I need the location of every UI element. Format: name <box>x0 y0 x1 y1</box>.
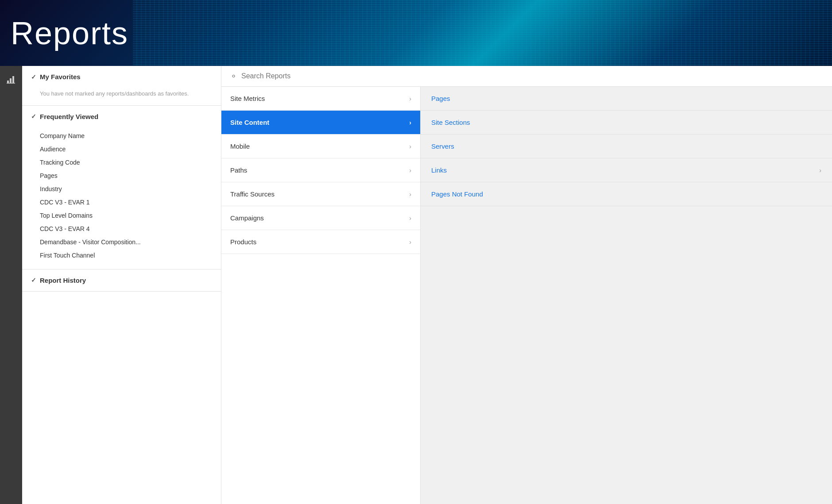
svg-rect-1 <box>10 78 12 83</box>
reports-nav-icon <box>7 75 15 84</box>
nav-item[interactable]: Demandbase - Visitor Composition... <box>40 235 221 249</box>
report-history-label: Report History <box>40 277 86 284</box>
report-item-paths[interactable]: Paths› <box>221 158 420 182</box>
sub-item-links[interactable]: Links› <box>421 158 832 182</box>
icon-bar <box>0 66 22 504</box>
sub-item-link-pages-not-found[interactable]: Pages Not Found <box>431 190 483 198</box>
report-item-traffic-sources[interactable]: Traffic Sources› <box>221 182 420 206</box>
frequently-viewed-header[interactable]: ✓ Frequently Viewed <box>22 106 221 127</box>
nav-item[interactable]: Top Level Domains <box>40 209 221 222</box>
sub-item-servers[interactable]: Servers <box>421 135 832 158</box>
sub-item-arrow-icon: › <box>819 167 821 174</box>
sub-item-pages[interactable]: Pages <box>421 87 832 111</box>
my-favorites-header[interactable]: ✓ My Favorites <box>22 66 221 88</box>
nav-item[interactable]: Tracking Code <box>40 156 221 169</box>
nav-item[interactable]: Company Name <box>40 129 221 142</box>
report-item-campaigns[interactable]: Campaigns› <box>221 206 420 230</box>
nav-item[interactable]: First Touch Channel <box>40 249 221 262</box>
report-arrow-icon: › <box>409 167 411 174</box>
search-input[interactable] <box>241 72 823 80</box>
report-arrow-icon: › <box>409 239 411 246</box>
main-container: ✓ My Favorites You have not marked any r… <box>0 66 832 504</box>
sub-item-pages-not-found[interactable]: Pages Not Found <box>421 182 832 206</box>
sub-item-site-sections[interactable]: Site Sections <box>421 111 832 135</box>
report-label: Site Content <box>230 119 269 126</box>
page-header: Reports <box>0 0 832 66</box>
report-arrow-icon: › <box>409 119 411 126</box>
nav-item[interactable]: Industry <box>40 182 221 196</box>
report-item-site-metrics[interactable]: Site Metrics› <box>221 87 420 111</box>
my-favorites-empty: You have not marked any reports/dashboar… <box>40 89 221 98</box>
report-label: Products <box>230 238 256 246</box>
my-favorites-body: You have not marked any reports/dashboar… <box>22 88 221 105</box>
reports-icon-button[interactable] <box>3 71 19 87</box>
report-label: Site Metrics <box>230 95 265 102</box>
report-arrow-icon: › <box>409 143 411 150</box>
nav-item[interactable]: Audience <box>40 142 221 156</box>
search-icon: ⚬ <box>230 71 237 81</box>
reports-right-col: PagesSite SectionsServersLinks›Pages Not… <box>421 87 832 504</box>
my-favorites-section: ✓ My Favorites You have not marked any r… <box>22 66 221 106</box>
sub-item-link-site-sections[interactable]: Site Sections <box>431 119 470 126</box>
frequently-viewed-section: ✓ Frequently Viewed Company NameAudience… <box>22 106 221 269</box>
frequently-viewed-chevron: ✓ <box>31 113 36 120</box>
reports-list: Site Metrics›Site Content›Mobile›Paths›T… <box>221 87 832 504</box>
sub-item-link-links[interactable]: Links <box>431 166 447 174</box>
my-favorites-chevron: ✓ <box>31 73 36 81</box>
reports-middle-col: Site Metrics›Site Content›Mobile›Paths›T… <box>221 87 421 504</box>
report-item-mobile[interactable]: Mobile› <box>221 135 420 158</box>
report-label: Paths <box>230 166 247 174</box>
nav-item[interactable]: Pages <box>40 169 221 182</box>
frequently-viewed-body: Company NameAudienceTracking CodePagesIn… <box>22 127 221 269</box>
center-panel: ⚬ Site Metrics›Site Content›Mobile›Paths… <box>221 66 832 504</box>
report-history-chevron: ✓ <box>31 277 36 284</box>
left-nav-panel: ✓ My Favorites You have not marked any r… <box>22 66 221 504</box>
report-label: Mobile <box>230 142 250 150</box>
svg-rect-0 <box>7 81 9 83</box>
search-bar: ⚬ <box>221 66 832 87</box>
report-label: Traffic Sources <box>230 190 275 198</box>
report-item-products[interactable]: Products› <box>221 230 420 254</box>
page-title: Reports <box>11 15 128 51</box>
sub-item-link-pages[interactable]: Pages <box>431 95 450 102</box>
report-history-header[interactable]: ✓ Report History <box>22 269 221 291</box>
my-favorites-label: My Favorites <box>40 73 81 81</box>
report-item-site-content[interactable]: Site Content› <box>221 111 420 135</box>
frequently-viewed-label: Frequently Viewed <box>40 113 98 120</box>
report-arrow-icon: › <box>409 215 411 222</box>
svg-rect-2 <box>12 76 14 83</box>
report-history-section: ✓ Report History <box>22 269 221 292</box>
report-arrow-icon: › <box>409 191 411 198</box>
nav-item[interactable]: CDC V3 - EVAR 1 <box>40 196 221 209</box>
report-arrow-icon: › <box>409 95 411 102</box>
header-wave-decoration <box>133 0 832 66</box>
report-label: Campaigns <box>230 214 264 222</box>
nav-item[interactable]: CDC V3 - EVAR 4 <box>40 222 221 235</box>
sub-item-link-servers[interactable]: Servers <box>431 142 454 150</box>
